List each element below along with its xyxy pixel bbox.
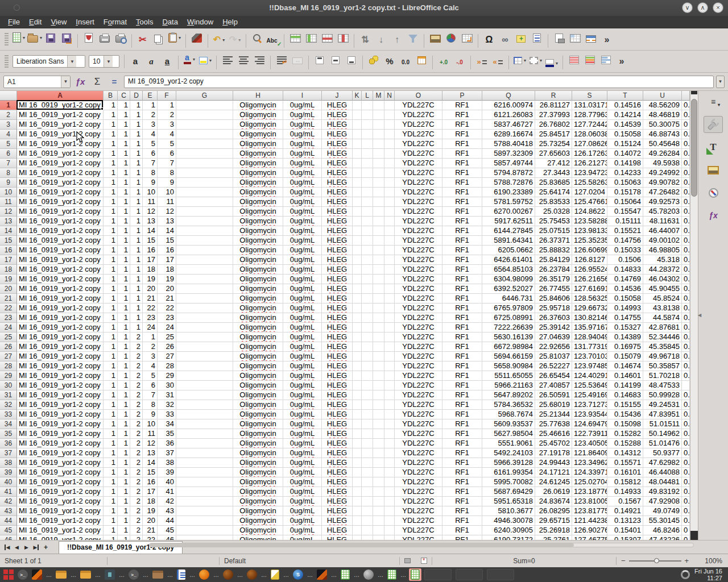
cell-F36[interactable]: 36 [158, 439, 176, 448]
insert-chart-button[interactable] [444, 30, 458, 47]
cell-N31[interactable] [384, 390, 395, 400]
cell-S4[interactable]: 128.06038 [572, 130, 607, 139]
cell-L34[interactable] [362, 419, 373, 429]
cell-C36[interactable]: 1 [118, 439, 130, 448]
cell-O12[interactable]: YDL227C [395, 207, 442, 217]
app-sphere-blue-button[interactable]: S [292, 568, 304, 581]
cell-H30[interactable]: Oligomycin [233, 381, 283, 390]
cell-T16[interactable]: 0.15033 [607, 246, 643, 255]
row-header-19[interactable]: 19 [0, 275, 17, 284]
cell-S42[interactable]: 123.81005 [572, 497, 607, 506]
cell-P9[interactable]: RF1 [442, 178, 482, 188]
cell-F7[interactable]: 7 [158, 159, 176, 168]
cell-S37[interactable]: 121.86409 [572, 448, 607, 458]
cell-F25[interactable]: 25 [158, 332, 176, 342]
cell-F35[interactable]: 35 [158, 429, 176, 439]
paste-button[interactable]: ▾ [167, 30, 182, 47]
cell-Q23[interactable]: 6725.08991 [482, 313, 535, 323]
cell-L15[interactable] [362, 236, 373, 246]
special-character-button[interactable]: Ω [482, 31, 497, 48]
cell-E24[interactable]: 24 [143, 323, 158, 332]
cell-I39[interactable]: 0ug/mL [283, 468, 322, 477]
cell-V42[interactable]: 0. [682, 497, 690, 506]
cell-T7[interactable]: 0.14198 [607, 159, 643, 168]
cell-O26[interactable]: YDL227C [395, 342, 442, 352]
cell-A19[interactable]: MI 16_0919_yor1-2 copy [17, 275, 104, 284]
cell-H8[interactable]: Oligomycin [233, 168, 283, 178]
cell-I26[interactable]: 0ug/mL [283, 342, 322, 352]
cell-S2[interactable]: 128.77963 [572, 110, 607, 120]
cell-I25[interactable]: 0ug/mL [283, 332, 322, 342]
cell-Q44[interactable]: 4946.30078 [482, 516, 535, 526]
row-header-4[interactable]: 4 [0, 130, 17, 139]
cell-M29[interactable] [373, 371, 384, 381]
cell-U27[interactable]: 49.96718 [643, 352, 682, 361]
cell-G24[interactable] [176, 323, 233, 332]
wrap-text-button[interactable] [274, 52, 289, 69]
cell-R1[interactable]: 26.81127 [535, 101, 572, 110]
cell-N11[interactable] [384, 197, 395, 207]
cell-D3[interactable]: 1 [130, 120, 143, 130]
delete-row-button[interactable] [320, 30, 334, 47]
cell-Q7[interactable]: 5857.49744 [482, 159, 535, 168]
row-header-17[interactable]: 17 [0, 255, 17, 265]
cell-P34[interactable]: RF1 [442, 419, 482, 429]
cell-J3[interactable]: HLEG [322, 120, 353, 130]
cell-B9[interactable]: 1 [104, 178, 118, 188]
cell-K25[interactable] [353, 332, 362, 342]
cell-A9[interactable]: MI 16_0919_yor1-2 copy [17, 178, 104, 188]
cell-G10[interactable] [176, 188, 233, 197]
cell-U30[interactable]: 48.47533 [643, 381, 682, 390]
cell-J34[interactable]: HLEG [322, 419, 353, 429]
column-header-O[interactable]: O [395, 91, 442, 101]
cell-L7[interactable] [362, 159, 373, 168]
cell-Q40[interactable]: 5995.70082 [482, 477, 535, 487]
cell-C42[interactable]: 1 [118, 497, 130, 506]
cell-B44[interactable]: 1 [104, 516, 118, 526]
row-header-45[interactable]: 45 [0, 526, 17, 535]
cell-I23[interactable]: 0ug/mL [283, 313, 322, 323]
cell-M8[interactable] [373, 168, 384, 178]
cell-Q36[interactable]: 5551.9061 [482, 439, 535, 448]
undo-dropdown[interactable]: ▾ [222, 38, 225, 43]
selection-mode-icon[interactable] [404, 558, 411, 563]
column-header-J[interactable]: J [322, 91, 353, 101]
cell-G12[interactable] [176, 207, 233, 217]
cell-C29[interactable]: 1 [118, 371, 130, 381]
cell-S31[interactable]: 125.49169 [572, 390, 607, 400]
cell-L41[interactable] [362, 487, 373, 497]
cell-L38[interactable] [362, 458, 373, 468]
cell-O25[interactable]: YDL227C [395, 332, 442, 342]
cell-K32[interactable] [353, 400, 362, 410]
cell-D17[interactable]: 1 [130, 255, 143, 265]
cell-R26[interactable]: 22.92656 [535, 342, 572, 352]
cell-Q22[interactable]: 6765.97809 [482, 304, 535, 313]
cell-G3[interactable] [176, 120, 233, 130]
cell-F44[interactable]: 44 [158, 516, 176, 526]
column-header-T[interactable]: T [607, 91, 643, 101]
cell-U6[interactable]: 49.26284 [643, 149, 682, 159]
cell-I1[interactable]: 0ug/mL [283, 101, 322, 110]
cell-I36[interactable]: 0ug/mL [283, 439, 322, 448]
cell-Q15[interactable]: 5891.64341 [482, 236, 535, 246]
cell-R8[interactable]: 27.3443 [535, 168, 572, 178]
cell-N15[interactable] [384, 236, 395, 246]
cell-N14[interactable] [384, 226, 395, 236]
cell-L45[interactable] [362, 526, 373, 535]
cell-N8[interactable] [384, 168, 395, 178]
cell-P27[interactable]: RF1 [442, 352, 482, 361]
cell-H22[interactable]: Oligomycin [233, 304, 283, 313]
cell-R17[interactable]: 25.84129 [535, 255, 572, 265]
cell-V25[interactable]: 0. [682, 332, 690, 342]
font-color-dropdown[interactable]: ▾ [193, 57, 195, 62]
cell-L17[interactable] [362, 255, 373, 265]
cell-U45[interactable]: 46.8246 [643, 526, 682, 535]
cell-R36[interactable]: 25.45702 [535, 439, 572, 448]
cell-C44[interactable]: 1 [118, 516, 130, 526]
cell-U32[interactable]: 49.24531 [643, 400, 682, 410]
cell-I2[interactable]: 0ug/mL [283, 110, 322, 120]
cell-B6[interactable]: 1 [104, 149, 118, 159]
cell-M14[interactable] [373, 226, 384, 236]
cell-A34[interactable]: MI 16_0919_yor1-2 copy [17, 419, 104, 429]
cell-C31[interactable]: 1 [118, 390, 130, 400]
